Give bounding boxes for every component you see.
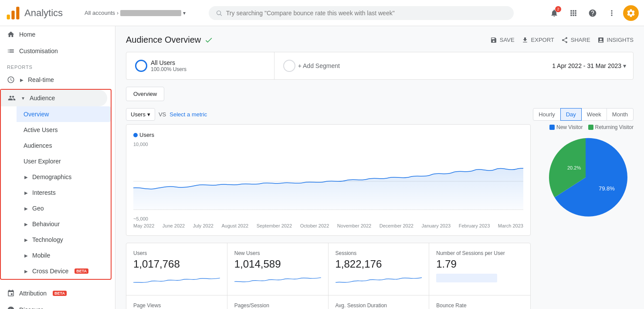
select-metric[interactable]: Select a metric — [169, 111, 207, 118]
gear-icon — [626, 8, 636, 18]
returning-visitor-label: Returning Visitor — [595, 124, 634, 130]
export-button[interactable]: EXPORT — [522, 37, 554, 44]
stat-new-users: New Users 1,014,589 — [227, 243, 329, 295]
all-users-segment[interactable]: All Users 100.00% Users — [126, 52, 275, 79]
help-button[interactable] — [585, 5, 600, 21]
stat-users-label: Users — [133, 250, 220, 256]
sidebar-item-customisation[interactable]: Customisation — [0, 43, 112, 59]
cross-device-beta-badge: BETA — [75, 268, 88, 274]
demographics-label: Demographics — [32, 173, 71, 180]
stat-users: Users 1,017,768 — [126, 243, 227, 295]
sidebar-item-active-users[interactable]: Active Users — [17, 122, 107, 138]
verified-icon — [204, 36, 213, 44]
notifications-button[interactable]: 2 — [546, 5, 562, 21]
date-range-selector[interactable]: 1 Apr 2022 - 31 Mar 2023 ▾ — [552, 62, 626, 69]
export-label: EXPORT — [531, 37, 554, 43]
user-avatar[interactable] — [623, 5, 639, 21]
stat-sessions-per-user: Number of Sessions per User 1.79 — [429, 243, 530, 295]
returning-visitor-color — [588, 125, 593, 130]
pie-legend: New Visitor Returning Visitor — [538, 124, 634, 130]
users-legend-label: Users — [139, 132, 154, 138]
sidebar-item-cross-device[interactable]: ▶ Cross Device BETA — [17, 263, 107, 279]
help-icon — [588, 9, 597, 17]
apps-icon — [569, 9, 578, 17]
users-legend-dot — [133, 133, 138, 137]
date-range-area: 1 Apr 2022 - 31 Mar 2023 ▾ — [552, 62, 633, 69]
apps-button[interactable] — [566, 5, 581, 21]
x-label-7: December 2022 — [380, 223, 414, 228]
share-icon — [561, 37, 568, 44]
chart-controls: Users ▾ VS Select a metric Hourly Day We… — [126, 108, 634, 121]
geo-label: Geo — [32, 205, 44, 212]
time-btn-week[interactable]: Week — [581, 108, 607, 121]
time-btn-month[interactable]: Month — [607, 108, 634, 121]
time-btn-hourly[interactable]: Hourly — [533, 108, 561, 121]
sidebar-item-technology[interactable]: ▶ Technology — [17, 232, 107, 248]
x-label-4: September 2022 — [257, 223, 292, 228]
save-button[interactable]: SAVE — [490, 37, 515, 44]
tab-overview[interactable]: Overview — [126, 87, 164, 101]
stat-pages-session: Pages/Session 3.86 — [227, 295, 329, 309]
chart-x-labels: May 2022 June 2022 July 2022 August 2022… — [133, 223, 523, 228]
search-bar[interactable] — [209, 6, 514, 20]
sidebar-item-audience[interactable]: ▼ Audience — [1, 90, 107, 106]
home-icon — [7, 31, 15, 38]
active-users-label: Active Users — [24, 126, 58, 133]
x-label-8: January 2023 — [422, 223, 451, 228]
share-button[interactable]: SHARE — [561, 37, 590, 44]
segment-bar: All Users 100.00% Users + Add Segment 1 … — [126, 52, 634, 80]
segment-circle-filled — [135, 60, 147, 72]
x-label-1: June 2022 — [163, 223, 185, 228]
date-range-text: 1 Apr 2022 - 31 Mar 2023 — [552, 62, 621, 69]
sidebar-item-user-explorer[interactable]: User Explorer — [17, 153, 107, 169]
sidebar-item-interests[interactable]: ▶ Interests — [17, 185, 107, 200]
vs-text: VS — [159, 111, 166, 118]
returning-visitor-pct-label: 20.2% — [567, 165, 581, 170]
x-label-0: May 2022 — [133, 223, 154, 228]
tab-bar: Overview — [126, 87, 634, 101]
stats-grid: Users 1,017,768 New Users 1,014,589 — [126, 243, 531, 309]
time-btn-day[interactable]: Day — [560, 108, 582, 121]
stat-users-value: 1,017,768 — [133, 258, 220, 270]
svg-rect-2 — [16, 7, 19, 19]
svg-rect-0 — [7, 14, 10, 19]
stat-pages-session-label: Pages/Session — [234, 302, 321, 309]
stat-bounce-rate-label: Bounce Rate — [436, 302, 523, 309]
sidebar-item-geo[interactable]: ▶ Geo — [17, 200, 107, 216]
stat-avg-session: Avg. Session Duration 00:02:13 — [329, 295, 430, 309]
segment-name: All Users — [151, 59, 186, 66]
sidebar-item-audiences[interactable]: Audiences — [17, 138, 107, 153]
stat-new-users-label: New Users — [234, 250, 321, 256]
returning-visitor-legend: Returning Visitor — [588, 124, 634, 130]
sidebar-item-overview[interactable]: Overview — [17, 106, 111, 122]
sidebar-item-discover[interactable]: Discover — [0, 302, 112, 309]
add-segment-button[interactable]: + Add Segment — [275, 53, 552, 79]
sidebar-item-behaviour[interactable]: ▶ Behaviour — [17, 216, 107, 232]
metric-selector: Users ▾ VS Select a metric — [126, 108, 207, 121]
stat-new-users-value: 1,014,589 — [234, 258, 321, 270]
metric-dropdown[interactable]: Users ▾ — [126, 108, 155, 121]
svg-line-4 — [220, 14, 222, 15]
attribution-label: Attribution — [19, 290, 47, 297]
sidebar-item-home[interactable]: Home — [0, 26, 112, 43]
app-body: Home Customisation REPORTS ▶ Real-time ▼… — [0, 26, 644, 309]
sidebar-item-realtime[interactable]: ▶ Real-time — [0, 71, 112, 88]
stat-sessions-per-user-label: Number of Sessions per User — [436, 250, 523, 256]
stat-sessions-label: Sessions — [336, 250, 422, 256]
time-selector: Hourly Day Week Month — [533, 108, 634, 121]
sidebar-item-demographics[interactable]: ▶ Demographics — [17, 169, 107, 185]
more-button[interactable] — [604, 5, 620, 21]
logo-area: Analytics — [5, 5, 75, 21]
stat-bounce-rate: Bounce Rate 47.53% — [429, 295, 530, 309]
sidebar-item-mobile[interactable]: ▶ Mobile — [17, 248, 107, 263]
search-icon — [216, 10, 222, 17]
search-input[interactable] — [226, 10, 507, 17]
sidebar-item-attribution[interactable]: Attribution BETA — [0, 285, 112, 302]
account-selector[interactable]: All accounts › ▾ — [80, 7, 190, 19]
insights-button[interactable]: INSIGHTS — [597, 37, 634, 44]
audience-section: ▼ Audience Overview Active Users Audienc… — [0, 89, 112, 280]
stat-avg-session-label: Avg. Session Duration — [336, 302, 422, 309]
stat-page-views-label: Page Views — [133, 302, 220, 309]
chart-area: Users 10,000 — [126, 124, 531, 309]
x-label-2: July 2022 — [193, 223, 214, 228]
